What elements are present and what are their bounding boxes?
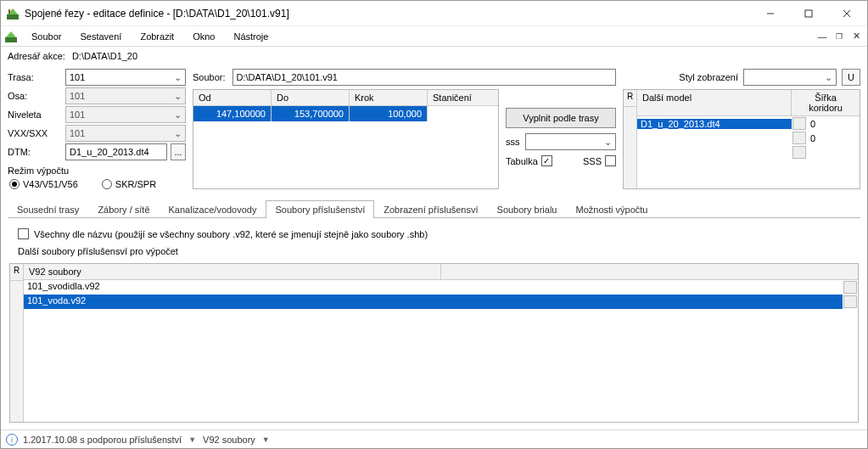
row-button[interactable]: [843, 281, 857, 294]
range-side: Vyplnit podle trasy sss ⌄ Tabulka SSS: [506, 89, 616, 166]
svg-rect-0: [7, 14, 19, 20]
fill-by-route-button[interactable]: Vyplnit podle trasy: [506, 108, 616, 128]
soubor-label: Soubor:: [193, 72, 226, 82]
mdi-minimize-button[interactable]: —: [815, 31, 830, 42]
trasa-combo[interactable]: 101⌄: [65, 69, 186, 86]
col-v92[interactable]: V92 soubory: [24, 264, 441, 279]
chevron-down-icon: ⌄: [171, 91, 183, 102]
titlebar: Spojené řezy - editace definice - [D:\DA…: [1, 1, 867, 26]
model-row[interactable]: 0: [637, 131, 860, 145]
file-row[interactable]: 101_svodidla.v92: [24, 280, 858, 295]
dropdown-indicator-icon[interactable]: ▼: [187, 435, 198, 444]
app-icon: [6, 7, 20, 20]
dtm-field[interactable]: D1_u_20_2013.dt4: [65, 143, 167, 160]
chevron-down-icon: ⌄: [171, 109, 183, 121]
path-label: Adresář akce:: [8, 51, 65, 61]
svg-rect-2: [8, 9, 10, 14]
svg-marker-8: [6, 31, 16, 37]
menu-sestaveni[interactable]: Sestavení: [71, 30, 130, 43]
more-files-label: Další soubory příslušensví pro výpočet: [8, 246, 860, 256]
info-icon: i: [6, 434, 18, 446]
statusbar: i 1.2017.10.08 s podporou příslušenství …: [1, 429, 867, 448]
mdi-restore-button[interactable]: ❐: [832, 32, 847, 41]
chevron-down-icon: ⌄: [171, 72, 183, 83]
tab-brialu[interactable]: Soubory brialu: [488, 200, 567, 218]
col-width[interactable]: Šířka koridoru: [792, 90, 860, 115]
row-button[interactable]: [792, 117, 806, 130]
tab-moznosti[interactable]: Možnosti výpočtu: [566, 200, 657, 218]
svg-rect-7: [5, 37, 17, 42]
tab-content: Všechny dle názvu (použijí se všechny so…: [8, 222, 860, 429]
range-grid[interactable]: Od Do Krok Staničení 147,100000 153,7000…: [193, 89, 499, 189]
right-panel: Styl zobrazení ⌄ U R Další model Šířka k…: [623, 69, 860, 189]
tabulka-label: Tabulka: [506, 156, 538, 166]
all-by-name-label: Všechny dle názvu (použijí se všechny so…: [34, 229, 428, 239]
status-version: 1.2017.10.08 s podporou příslušenství: [23, 435, 182, 445]
pathbar: Adresář akce: D:\DATA\D1_20: [1, 47, 867, 65]
svg-rect-4: [805, 10, 812, 17]
file-row[interactable]: 101_voda.v92: [24, 295, 858, 309]
range-row[interactable]: 147,100000 153,700000 100,000: [193, 106, 498, 121]
mdi-close-button[interactable]: ✕: [848, 31, 864, 42]
sss-checkbox[interactable]: [605, 155, 616, 166]
style-combo[interactable]: ⌄: [743, 69, 837, 86]
style-label: Styl zobrazení: [679, 72, 738, 82]
col-od[interactable]: Od: [193, 90, 272, 105]
dtm-browse-button[interactable]: ...: [171, 143, 186, 160]
menu-okno[interactable]: Okno: [184, 30, 223, 43]
left-panel: Trasa: 101⌄ Osa: 101⌄ Niveleta 101⌄ VXX/…: [8, 69, 186, 189]
sss-combo[interactable]: ⌄: [525, 133, 617, 150]
center-panel: Soubor: D:\DATA\D1_20\101.v91 Od Do Krok…: [193, 69, 616, 189]
osa-combo[interactable]: 101⌄: [65, 87, 186, 104]
model-grid[interactable]: R Další model Šířka koridoru D1_u_20_201…: [623, 89, 860, 189]
dtm-label: DTM:: [8, 145, 62, 159]
model-row[interactable]: D1_u_20_2013.dt4 0: [637, 116, 860, 131]
window-title: Spojené řezy - editace definice - [D:\DA…: [25, 8, 751, 20]
col-do[interactable]: Do: [272, 90, 350, 105]
row-button[interactable]: [792, 146, 806, 159]
trasa-label: Trasa:: [8, 70, 62, 84]
close-button[interactable]: [827, 2, 865, 25]
tabulka-checkbox[interactable]: [541, 155, 552, 166]
tab-zobrazeni[interactable]: Zobrazení příslušensví: [374, 200, 487, 218]
menubar: Soubor Sestavení Zobrazit Okno Nástroje …: [1, 26, 867, 47]
tab-zabory[interactable]: Zábory / sítě: [88, 200, 159, 218]
sss-chk-label: SSS: [583, 156, 602, 166]
menu-icon: [4, 30, 18, 43]
col-r[interactable]: R: [10, 264, 23, 281]
tab-soubory-prislusenstvi[interactable]: Soubory příslušenství: [266, 200, 374, 218]
dropdown-indicator-icon[interactable]: ▼: [260, 435, 272, 444]
model-row[interactable]: [637, 145, 860, 160]
maximize-button[interactable]: [789, 2, 827, 25]
tabbar: Sousední trasy Zábory / sítě Kanalizace/…: [8, 199, 860, 218]
row-button[interactable]: [843, 295, 857, 308]
niveleta-combo[interactable]: 101⌄: [65, 106, 186, 123]
radio-v43[interactable]: V43/V51/V56: [9, 179, 78, 189]
col-staniceni[interactable]: Staničení: [428, 90, 498, 105]
niveleta-label: Niveleta: [8, 108, 62, 121]
vxx-combo[interactable]: 101⌄: [65, 125, 186, 142]
col-model[interactable]: Další model: [637, 90, 792, 115]
menu-soubor[interactable]: Soubor: [23, 30, 70, 43]
vxx-label: VXX/SXX: [8, 126, 62, 140]
all-by-name-checkbox[interactable]: [18, 228, 29, 239]
soubor-field[interactable]: D:\DATA\D1_20\101.v91: [232, 69, 616, 86]
col-r[interactable]: R: [624, 90, 636, 107]
row-button[interactable]: [792, 132, 806, 144]
chevron-down-icon: ⌄: [822, 72, 834, 83]
files-grid[interactable]: R V92 soubory 101_svodidla.v92 101_voda.…: [9, 263, 859, 423]
osa-label: Osa:: [8, 89, 62, 103]
u-button[interactable]: U: [842, 69, 860, 86]
col-krok[interactable]: Krok: [350, 90, 428, 105]
chevron-down-icon: ⌄: [602, 137, 613, 148]
sss-label: sss: [506, 137, 520, 147]
menu-zobrazit[interactable]: Zobrazit: [132, 30, 182, 43]
status-section: V92 soubory: [203, 435, 255, 445]
minimize-button[interactable]: [751, 2, 789, 25]
path-value: D:\DATA\D1_20: [72, 51, 137, 61]
chevron-down-icon: ⌄: [171, 128, 183, 139]
menu-nastroje[interactable]: Nástroje: [225, 30, 277, 43]
tab-kanalizace[interactable]: Kanalizace/vodovody: [160, 200, 266, 218]
tab-sousedni[interactable]: Sousední trasy: [8, 200, 88, 218]
radio-skr[interactable]: SKR/SPR: [102, 179, 156, 189]
